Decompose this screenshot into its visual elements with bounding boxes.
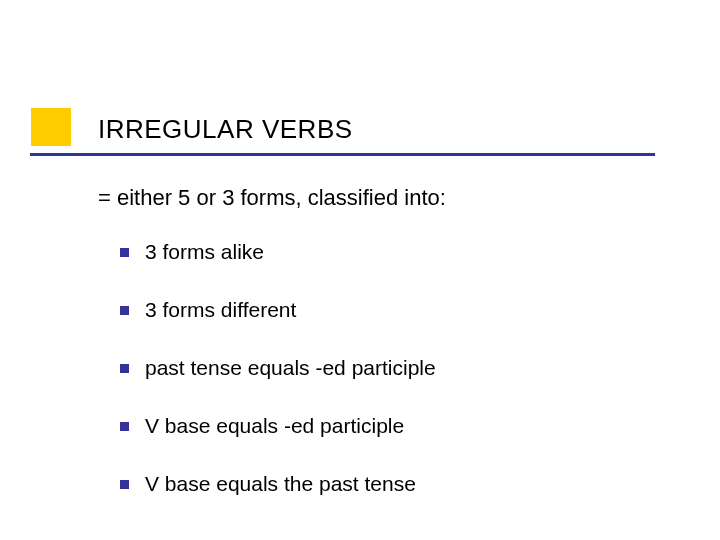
square-bullet-icon: [120, 306, 129, 315]
list-item-label: past tense equals -ed participle: [145, 356, 436, 380]
slide-title: IRREGULAR VERBS: [98, 114, 353, 145]
bullet-list: 3 forms alike 3 forms different past ten…: [120, 240, 680, 530]
list-item-label: V base equals the past tense: [145, 472, 416, 496]
list-item-label: V base equals -ed participle: [145, 414, 404, 438]
list-item-label: 3 forms alike: [145, 240, 264, 264]
list-item: 3 forms alike: [120, 240, 680, 264]
list-item: V base equals the past tense: [120, 472, 680, 496]
square-bullet-icon: [120, 248, 129, 257]
square-bullet-icon: [120, 480, 129, 489]
slide: IRREGULAR VERBS = either 5 or 3 forms, c…: [0, 0, 720, 540]
title-underline: [30, 153, 655, 156]
square-bullet-icon: [120, 422, 129, 431]
square-bullet-icon: [120, 364, 129, 373]
list-item-label: 3 forms different: [145, 298, 296, 322]
accent-block: [31, 108, 71, 146]
list-item: 3 forms different: [120, 298, 680, 322]
slide-subtitle: = either 5 or 3 forms, classified into:: [98, 185, 446, 211]
list-item: past tense equals -ed participle: [120, 356, 680, 380]
list-item: V base equals -ed participle: [120, 414, 680, 438]
